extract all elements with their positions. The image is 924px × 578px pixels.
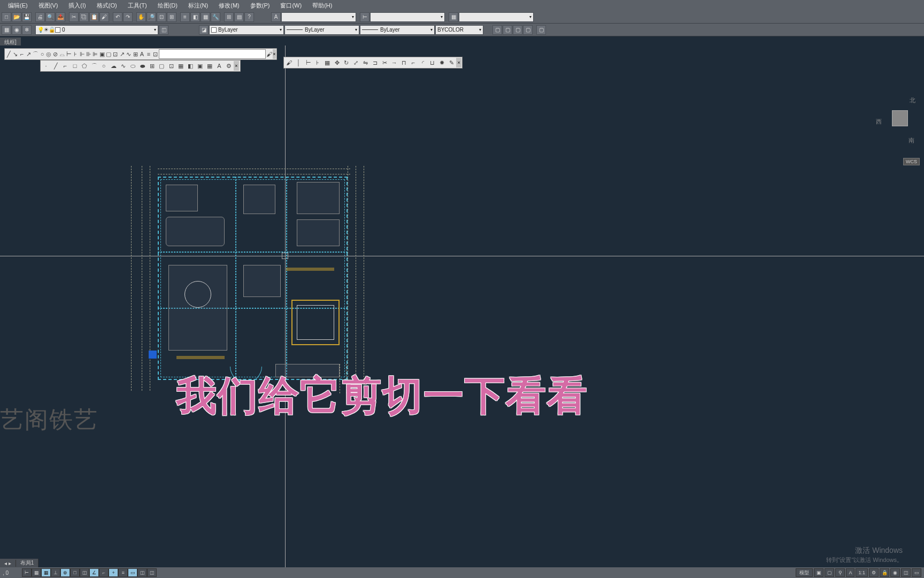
dim-b-icon[interactable]: ⊫ — [92, 49, 98, 59]
menu-edit[interactable]: 编辑(E) — [3, 1, 33, 11]
brush3-icon[interactable]: 🖌 — [284, 58, 294, 67]
dim-icon[interactable]: ⊢ — [360, 12, 369, 22]
rect-icon[interactable]: □ — [70, 61, 80, 71]
arrow2-icon[interactable]: ↗ — [119, 49, 125, 59]
ducs-icon[interactable]: ⌐ — [99, 568, 109, 577]
vp4-icon[interactable]: ▢ — [523, 25, 533, 35]
const-icon[interactable]: ⌐ — [60, 61, 70, 71]
scale-icon[interactable]: ⤢ — [351, 58, 361, 67]
grad-icon[interactable]: ◧ — [186, 61, 195, 71]
match-icon[interactable]: 🖌 — [99, 12, 109, 22]
menu-format[interactable]: 格式(O) — [91, 1, 122, 11]
calc-icon[interactable]: ⊞ — [224, 12, 234, 22]
color-dropdown[interactable]: ByLayer ▾ — [209, 25, 284, 35]
circle-icon[interactable]: ○ — [39, 49, 45, 59]
rotate-icon[interactable]: ↻ — [342, 58, 351, 67]
modify-toolbar[interactable]: 🖌 │ ⊢ ⊦ ▦ ✥ ↻ ⤢ ⇋ ⊐ ✂ → ⊓ ⌐ ◜ ⊔ ✸ ✎ × — [283, 57, 463, 69]
publish-icon[interactable]: 📤 — [56, 12, 65, 22]
circle2-icon[interactable]: ◎ — [45, 49, 52, 59]
design-icon[interactable]: ◧ — [190, 12, 200, 22]
menu-parameter[interactable]: 参数(P) — [245, 1, 275, 11]
quickview-icon[interactable]: ▣ — [814, 568, 823, 577]
anno-scale-icon[interactable]: A — [846, 568, 854, 577]
lock-ui-icon[interactable]: 🔒 — [880, 568, 889, 577]
ins-icon[interactable]: ⊞ — [147, 61, 157, 71]
layer-iso-icon[interactable]: ◫ — [159, 25, 168, 35]
list2-icon[interactable]: ⊡ — [152, 49, 158, 59]
menu-help[interactable]: 帮助(H) — [307, 1, 337, 11]
model-btn[interactable]: 模型 — [796, 568, 813, 577]
revcloud-icon[interactable]: ☁ — [109, 61, 118, 71]
pan-icon[interactable]: ✋ — [136, 12, 146, 22]
zoom-icon[interactable]: 🔎 — [147, 12, 156, 22]
chamfer-icon[interactable]: ⌐ — [409, 58, 418, 67]
move-icon[interactable]: ✥ — [332, 58, 342, 67]
sheet-icon[interactable]: ▦ — [201, 12, 210, 22]
otrack-icon[interactable]: ∠ — [89, 568, 99, 577]
toolbar2-close-icon[interactable]: × — [234, 61, 239, 71]
menu-draw[interactable]: 绘图(D) — [152, 1, 183, 11]
wcs-badge[interactable]: WCS — [903, 158, 920, 165]
layer-dropdown[interactable]: 💡 ☀ 🔓 0 ▾ — [35, 25, 158, 35]
tool2-icon[interactable]: ⚙ — [224, 61, 234, 71]
arc2-icon[interactable]: ⌓ — [59, 49, 65, 59]
layout-tab-1[interactable]: 布局1 — [16, 559, 39, 567]
help-icon[interactable]: ? — [244, 12, 254, 22]
zoom-win-icon[interactable]: ⊞ — [167, 12, 176, 22]
line-icon[interactable]: ╱ — [5, 49, 12, 59]
dim-a-icon[interactable]: ⊦ — [72, 49, 79, 59]
region-icon[interactable]: ▣ — [195, 61, 205, 71]
viewcube-face[interactable]: 上 — [892, 110, 908, 126]
clean-icon[interactable]: ▭ — [912, 568, 921, 577]
dim3-icon[interactable]: ⊢ — [304, 58, 313, 67]
dim-o-icon[interactable]: ⊪ — [86, 49, 92, 59]
save-icon[interactable]: 💾 — [22, 12, 32, 22]
dim-style-field[interactable] — [159, 49, 266, 59]
layout-tab-nav[interactable]: ◂ ▸ — [0, 560, 16, 567]
print-icon[interactable]: 🖨 — [35, 12, 45, 22]
line-st-icon[interactable]: │ — [294, 58, 304, 67]
vp3-icon[interactable]: ▢ — [513, 25, 522, 35]
spline-icon[interactable]: ∿ — [118, 61, 128, 71]
menu-dimension[interactable]: 标注(N) — [183, 1, 213, 11]
textstyle-dropdown[interactable]: ▾ — [281, 12, 356, 22]
copy-icon[interactable]: ⿻ — [79, 12, 89, 22]
open-icon[interactable]: 📂 — [12, 12, 21, 22]
ortho-icon[interactable]: ⊥ — [51, 568, 60, 577]
layer-props-icon[interactable]: ▦ — [2, 25, 11, 35]
tool-icon[interactable]: 🔧 — [211, 12, 220, 22]
toolbar-close-icon[interactable]: × — [273, 49, 276, 59]
table2-icon[interactable]: ▦ — [205, 61, 214, 71]
brush2-icon[interactable]: 🖌 — [266, 49, 273, 59]
grid-toggle-icon[interactable]: ▦ — [41, 568, 51, 577]
mirror-icon[interactable]: ⇋ — [361, 58, 371, 67]
paste-icon[interactable]: 📋 — [89, 12, 99, 22]
boundary-icon[interactable]: ⊡ — [166, 61, 176, 71]
draw-toolbar-2[interactable]: · ╱ ⌐ □ ⬠ ⌒ ○ ☁ ∿ ⬭ ⬬ ⊞ ▢ ⊡ ▦ ◧ ▣ ▦ A ⚙ … — [40, 60, 241, 72]
dim-h-icon[interactable]: ⊢ — [66, 49, 72, 59]
dimstyle-dropdown[interactable]: ▾ — [370, 12, 445, 22]
menu-modify[interactable]: 修改(M) — [213, 1, 245, 11]
anno-icon[interactable]: ⚲ — [835, 568, 845, 577]
pline-icon[interactable]: ⌐ — [19, 49, 25, 59]
fillet-icon[interactable]: ◜ — [418, 58, 428, 67]
dim-c-icon[interactable]: ⊩ — [79, 49, 85, 59]
menu-tools[interactable]: 工具(T) — [122, 1, 152, 11]
osnap-icon[interactable]: □ — [70, 568, 80, 577]
trim-icon[interactable]: ✂ — [380, 58, 389, 67]
donut-icon[interactable]: ⊘ — [52, 49, 59, 59]
vp5-icon[interactable]: ▢ — [536, 25, 546, 35]
text-icon[interactable]: A — [138, 49, 145, 59]
quickcalc-icon[interactable]: ▤ — [234, 12, 244, 22]
linetype-dropdown[interactable]: ByLayer ▾ — [284, 25, 359, 35]
arc-icon[interactable]: ⌒ — [32, 49, 39, 59]
preview-icon[interactable]: 🔍 — [45, 12, 55, 22]
isolate-icon[interactable]: ◫ — [901, 568, 911, 577]
ell2-icon[interactable]: ⬬ — [137, 61, 147, 71]
lineweight-dropdown[interactable]: ByLayer ▾ — [360, 25, 435, 35]
offset-icon[interactable]: ⊐ — [371, 58, 380, 67]
arc3-icon[interactable]: ⌒ — [89, 61, 99, 71]
ws-icon[interactable]: ⚙ — [869, 568, 879, 577]
lwt-icon[interactable]: ≡ — [118, 568, 128, 577]
sc-icon[interactable]: ◫ — [147, 568, 157, 577]
